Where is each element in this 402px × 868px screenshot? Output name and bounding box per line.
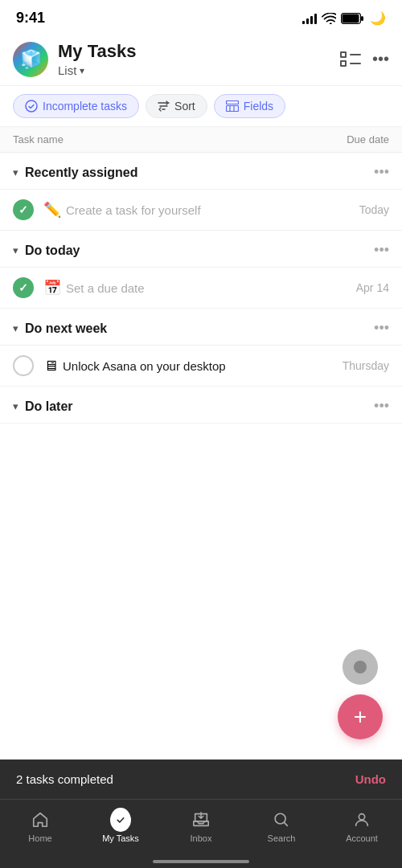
fields-filter[interactable]: Fields [214, 94, 285, 118]
status-bar: 9:41 🌙 [0, 0, 402, 33]
filter-bar: Incomplete tasks Sort Fields [0, 86, 402, 127]
section-chevron-icon: ▾ [13, 166, 18, 178]
section-title-recently-assigned: Recently assigned [25, 166, 138, 180]
task-emoji-icon: ✏️ [43, 201, 61, 219]
check-circle-icon [25, 100, 38, 113]
task-content-task-unlock-asana: 🖥Unlock Asana on your desktop [43, 358, 336, 375]
section-more-do-today[interactable]: ••• [374, 242, 389, 259]
header-title-group: My Tasks List ▾ [58, 41, 340, 77]
view-selector[interactable]: List ▾ [58, 63, 340, 77]
my-tasks-label: My Tasks [102, 833, 139, 843]
task-name-task-due-date: Set a due date [66, 281, 145, 295]
home-indicator [153, 860, 249, 863]
nav-item-inbox[interactable]: Inbox [161, 806, 241, 843]
section-title-group-do-later[interactable]: ▾Do later [13, 399, 73, 414]
page-title: My Tasks [58, 41, 340, 62]
svg-point-10 [114, 813, 128, 827]
task-checkbox-task-create[interactable] [13, 199, 34, 220]
home-label: Home [28, 833, 51, 843]
task-row-task-due-date[interactable]: 📅Set a due dateApr 14 [0, 267, 402, 308]
status-time: 9:41 [16, 10, 45, 27]
task-content-task-due-date: 📅Set a due date [43, 279, 350, 297]
svg-rect-6 [226, 106, 238, 112]
search-label: Search [268, 833, 296, 843]
section-do-later: ▾Do later••• [0, 387, 402, 424]
nav-item-search[interactable]: Search [241, 806, 322, 843]
due-date-column-header: Due date [347, 133, 389, 145]
table-header: Task name Due date [0, 127, 402, 153]
section-title-group-do-today[interactable]: ▾Do today [13, 244, 80, 258]
fields-icon [226, 100, 239, 112]
undo-button[interactable]: Undo [355, 772, 386, 786]
section-title-do-today: Do today [25, 244, 80, 258]
more-options-icon[interactable]: ••• [372, 50, 389, 68]
home-icon [30, 809, 51, 830]
sort-filter[interactable]: Sort [146, 94, 207, 118]
section-more-do-later[interactable]: ••• [374, 398, 389, 415]
account-icon [351, 809, 372, 830]
section-header-do-next-week: ▾Do next week••• [0, 309, 402, 345]
avatar: 🧊 [13, 42, 48, 77]
nav-item-my-tasks[interactable]: My Tasks [80, 806, 161, 843]
section-title-group-do-next-week[interactable]: ▾Do next week [13, 321, 107, 336]
toast-notification: 2 tasks completed Undo [0, 760, 402, 799]
header-actions: ••• [340, 50, 389, 68]
task-due-task-create: Today [359, 203, 389, 216]
secondary-fab-button[interactable] [343, 649, 378, 685]
sort-label: Sort [174, 100, 195, 113]
nav-item-home[interactable]: Home [0, 806, 80, 843]
svg-point-0 [330, 23, 332, 24]
bottom-navigation: Home My Tasks Inbox [0, 799, 402, 868]
task-due-task-due-date: Apr 14 [356, 281, 389, 294]
svg-point-12 [359, 814, 364, 820]
section-title-do-later: Do later [25, 399, 73, 414]
toast-message: 2 tasks completed [16, 772, 113, 786]
task-name-column-header: Task name [13, 133, 64, 145]
task-name-task-create: Create a task for yourself [66, 203, 201, 217]
fields-label: Fields [244, 100, 273, 113]
moon-icon: 🌙 [370, 10, 386, 26]
section-do-next-week: ▾Do next week•••🖥Unlock Asana on your de… [0, 309, 402, 387]
svg-point-9 [354, 661, 367, 674]
incomplete-tasks-filter[interactable]: Incomplete tasks [13, 94, 139, 118]
chevron-down-icon: ▾ [80, 65, 84, 76]
svg-point-4 [26, 100, 37, 112]
task-emoji-icon: 🖥 [43, 358, 58, 375]
list-view-icon[interactable] [340, 51, 361, 67]
sort-icon [158, 100, 170, 112]
section-more-recently-assigned[interactable]: ••• [374, 164, 389, 181]
task-row-task-unlock-asana[interactable]: 🖥Unlock Asana on your desktopThursday [0, 345, 402, 386]
task-checkbox-task-due-date[interactable] [13, 277, 34, 298]
inbox-icon [191, 809, 211, 830]
task-row-task-create[interactable]: ✏️Create a task for yourselfToday [0, 189, 402, 230]
nav-item-account[interactable]: Account [322, 806, 402, 843]
status-icons: 🌙 [302, 10, 386, 26]
task-name-task-unlock-asana: Unlock Asana on your desktop [63, 359, 226, 373]
section-header-do-later: ▾Do later••• [0, 387, 402, 423]
svg-rect-3 [343, 14, 359, 23]
section-title-group-recently-assigned[interactable]: ▾Recently assigned [13, 166, 138, 180]
fab-area: + [338, 649, 383, 739]
incomplete-tasks-label: Incomplete tasks [43, 100, 127, 113]
plus-icon: + [354, 706, 367, 728]
task-checkbox-task-unlock-asana[interactable] [13, 355, 34, 376]
section-chevron-icon: ▾ [13, 244, 18, 256]
secondary-fab-icon [352, 659, 368, 675]
task-sections: ▾Recently assigned•••✏️Create a task for… [0, 153, 402, 424]
svg-rect-2 [361, 16, 363, 21]
inbox-label: Inbox [191, 833, 212, 843]
section-more-do-next-week[interactable]: ••• [374, 320, 389, 337]
search-icon [271, 809, 292, 830]
account-label: Account [346, 833, 378, 843]
signal-icon [302, 13, 317, 24]
task-due-task-unlock-asana: Thursday [343, 359, 389, 372]
task-emoji-icon: 📅 [43, 279, 61, 297]
wifi-icon [322, 13, 336, 24]
section-header-do-today: ▾Do today••• [0, 231, 402, 267]
section-chevron-icon: ▾ [13, 400, 18, 412]
section-chevron-icon: ▾ [13, 322, 18, 334]
add-task-button[interactable]: + [338, 694, 383, 739]
section-recently-assigned: ▾Recently assigned•••✏️Create a task for… [0, 153, 402, 231]
view-label: List [58, 63, 76, 77]
battery-icon [341, 13, 363, 24]
